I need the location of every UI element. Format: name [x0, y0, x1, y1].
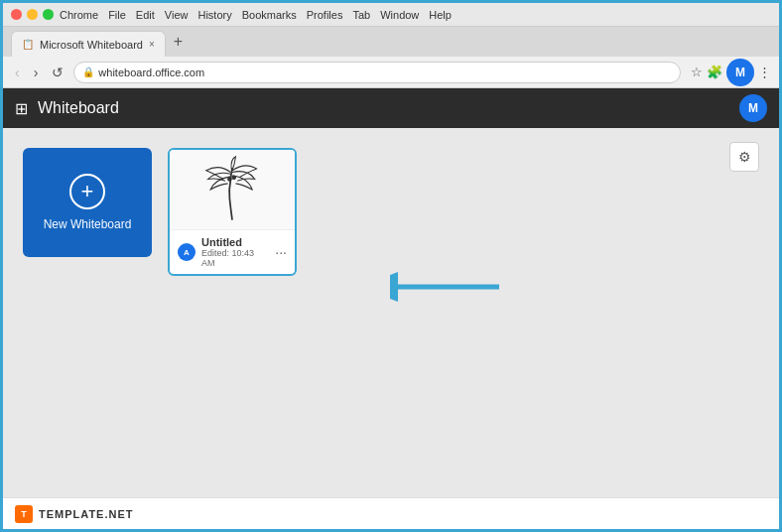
close-button[interactable]: [11, 9, 22, 20]
app-title: Whiteboard: [38, 99, 119, 117]
url-text: whiteboard.office.com: [98, 66, 204, 78]
card-info: Untitled Edited: 10:43 AM: [201, 236, 269, 268]
reload-button[interactable]: ↺: [48, 63, 67, 82]
plus-icon: +: [69, 174, 105, 209]
card-name: Untitled: [201, 236, 269, 248]
menu-view[interactable]: View: [165, 9, 189, 21]
menu-file[interactable]: File: [108, 9, 126, 21]
url-input[interactable]: 🔒 whiteboard.office.com: [73, 62, 681, 83]
header-right: M: [739, 94, 767, 122]
browser-frame: Chrome File Edit View History Bookmarks …: [3, 3, 779, 529]
menu-bookmarks[interactable]: Bookmarks: [242, 9, 297, 21]
traffic-lights: [11, 9, 54, 20]
arrow-annotation: [390, 272, 509, 306]
lock-icon: 🔒: [82, 66, 94, 77]
card-footer: A Untitled Edited: 10:43 AM ···: [170, 229, 295, 274]
profile-button[interactable]: M: [726, 59, 754, 86]
brand-suffix: .NET: [104, 508, 133, 520]
palm-tree-drawing: [197, 155, 267, 224]
footer: T TEMPLATE.NET: [3, 497, 779, 529]
menu-bar: Chrome File Edit View History Bookmarks …: [60, 9, 452, 21]
new-tab-button[interactable]: +: [170, 29, 187, 55]
svg-point-0: [228, 178, 232, 182]
address-bar: ‹ › ↺ 🔒 whiteboard.office.com ☆ 🧩 M ⋮: [3, 57, 779, 88]
extension-icon[interactable]: 🧩: [707, 59, 722, 86]
address-actions: ☆ 🧩 M ⋮: [691, 59, 771, 86]
tab-close-button[interactable]: ×: [149, 39, 155, 50]
minimize-button[interactable]: [27, 9, 38, 20]
card-user-avatar: A: [178, 243, 196, 261]
card-menu-button[interactable]: ···: [275, 244, 287, 260]
bookmark-icon[interactable]: ☆: [691, 59, 703, 86]
whiteboard-card[interactable]: A Untitled Edited: 10:43 AM ···: [168, 148, 297, 276]
boards-grid: + New Whiteboard: [23, 148, 759, 276]
tab-title: Microsoft Whiteboard: [40, 39, 143, 51]
user-avatar: M: [726, 59, 754, 86]
forward-button[interactable]: ›: [30, 63, 43, 82]
menu-history[interactable]: History: [197, 9, 231, 21]
main-content: + New Whiteboard: [3, 128, 779, 497]
tab-bar: 📋 Microsoft Whiteboard × +: [3, 27, 779, 57]
menu-window[interactable]: Window: [380, 9, 419, 21]
card-thumbnail: [170, 150, 295, 229]
active-tab[interactable]: 📋 Microsoft Whiteboard ×: [11, 31, 166, 57]
tab-favicon: 📋: [22, 39, 34, 50]
arrow-svg: [390, 272, 509, 302]
template-logo: T: [15, 505, 33, 523]
app-header: ⊞ Whiteboard M: [3, 88, 779, 128]
menu-edit[interactable]: Edit: [136, 9, 155, 21]
maximize-button[interactable]: [43, 9, 54, 20]
svg-point-1: [232, 176, 236, 180]
menu-tab[interactable]: Tab: [352, 9, 370, 21]
new-whiteboard-label: New Whiteboard: [44, 217, 132, 231]
title-bar: Chrome File Edit View History Bookmarks …: [3, 3, 779, 27]
brand-name: TEMPLATE: [39, 508, 104, 520]
settings-icon: ⚙: [738, 149, 751, 165]
waffle-icon[interactable]: ⊞: [15, 99, 28, 118]
card-edited-time: Edited: 10:43 AM: [201, 248, 269, 268]
menu-dots-button[interactable]: ⋮: [758, 59, 771, 86]
menu-chrome[interactable]: Chrome: [60, 9, 98, 21]
settings-button[interactable]: ⚙: [729, 142, 759, 172]
back-button[interactable]: ‹: [11, 63, 24, 82]
new-whiteboard-card[interactable]: + New Whiteboard: [23, 148, 152, 257]
menu-help[interactable]: Help: [429, 9, 452, 21]
menu-profiles[interactable]: Profiles: [307, 9, 343, 21]
footer-brand: TEMPLATE.NET: [39, 508, 134, 520]
header-user-avatar[interactable]: M: [739, 94, 767, 122]
